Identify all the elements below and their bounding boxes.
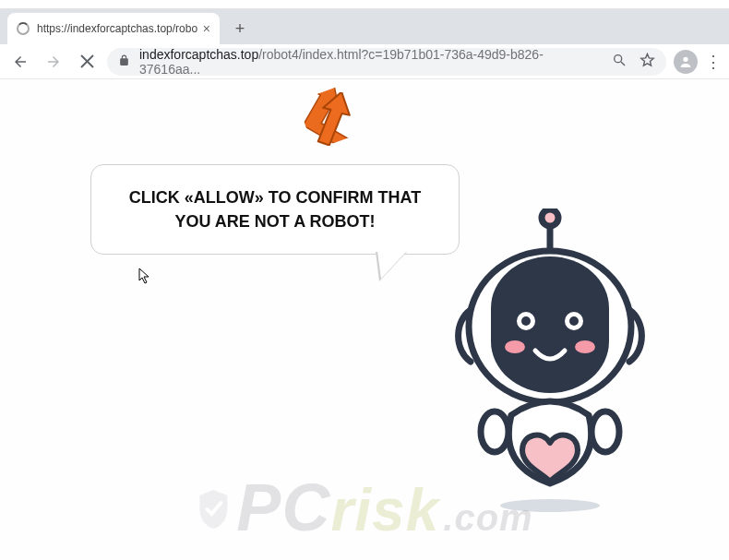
svg-point-10 [542,209,558,226]
svg-line-7 [621,62,625,66]
svg-point-14 [521,316,531,326]
bubble-tail-icon [376,252,407,281]
address-bar[interactable]: indexforcaptchas.top/robot4/index.html?c… [107,48,666,76]
search-in-page-icon[interactable] [612,53,627,70]
tab-close-button[interactable]: × [203,21,210,36]
lock-icon [118,54,130,69]
shield-icon [196,488,231,530]
back-button[interactable] [7,49,33,75]
bubble-text: CLICK «ALLOW» TO CONFIRM THAT YOU ARE NO… [129,188,421,231]
svg-point-18 [481,411,508,452]
svg-point-15 [569,316,579,326]
bookmark-star-icon[interactable] [639,53,655,71]
speech-bubble: CLICK «ALLOW» TO CONFIRM THAT YOU ARE NO… [90,164,460,255]
tab-strip: https://indexforcaptchas.top/robo × + [0,9,729,44]
svg-point-19 [592,411,619,452]
url-text: indexforcaptchas.top/robot4/index.html?c… [139,47,603,77]
url-host: indexforcaptchas.top [139,47,258,62]
loading-spinner-icon [17,22,30,35]
svg-point-17 [575,340,595,353]
new-tab-button[interactable]: + [227,16,253,42]
page-content: CLICK «ALLOW» TO CONFIRM THAT YOU ARE NO… [0,79,729,560]
svg-point-6 [615,55,622,63]
forward-button[interactable] [41,49,66,75]
svg-point-16 [505,340,525,353]
watermark-dotcom: .com [443,497,532,539]
stop-reload-button[interactable] [74,49,100,75]
cursor-icon [138,268,151,288]
svg-point-8 [683,56,687,61]
browser-tab[interactable]: https://indexforcaptchas.top/robo × [7,13,220,44]
browser-menu-button[interactable]: ⋮ [705,54,722,70]
toolbar: indexforcaptchas.top/robot4/index.html?c… [0,44,729,79]
profile-avatar[interactable] [674,50,698,74]
watermark-pc: PC [236,470,330,545]
watermark: PCrisk.com [196,470,532,545]
tab-title: https://indexforcaptchas.top/robo [37,22,197,35]
window-titlebar [0,0,729,9]
annotation-arrow-icon [301,92,362,149]
watermark-risk: risk [330,476,439,544]
